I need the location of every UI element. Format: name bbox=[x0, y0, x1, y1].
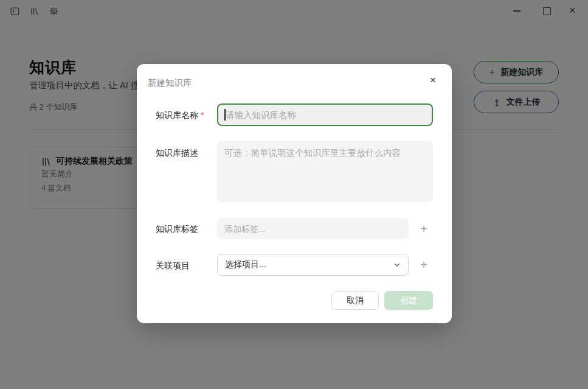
kb-desc-textarea[interactable] bbox=[217, 141, 433, 202]
tags-field-label: 知识库标签 bbox=[156, 224, 198, 235]
project-select-value: 选择项目... bbox=[225, 259, 266, 270]
name-field-label: 知识库名称* bbox=[156, 110, 204, 121]
kb-name-input[interactable] bbox=[217, 103, 433, 126]
modal-title: 新建知识库 bbox=[148, 77, 192, 89]
cancel-button[interactable]: 取消 bbox=[331, 291, 379, 310]
modal-close-icon[interactable]: × bbox=[426, 74, 440, 87]
text-caret bbox=[224, 109, 226, 121]
kb-tags-input[interactable] bbox=[217, 218, 409, 239]
add-project-button[interactable]: + bbox=[417, 258, 431, 272]
new-kb-modal: 新建知识库 × 知识库名称* 知识库描述 知识库标签 + 关联项目 选择项目..… bbox=[137, 64, 452, 323]
create-button[interactable]: 创建 bbox=[384, 291, 433, 310]
required-asterisk: * bbox=[201, 110, 204, 120]
project-select[interactable]: 选择项目... bbox=[217, 254, 409, 276]
add-tag-button[interactable]: + bbox=[417, 222, 431, 236]
chevron-down-icon bbox=[393, 261, 401, 268]
project-field-label: 关联项目 bbox=[156, 261, 190, 272]
desc-field-label: 知识库描述 bbox=[156, 148, 198, 159]
